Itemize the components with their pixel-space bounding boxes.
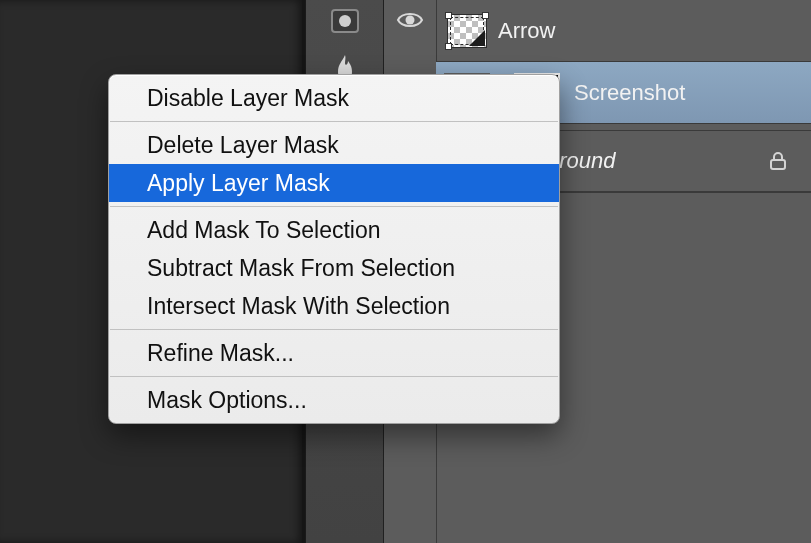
menu-item-add-mask-to-selection[interactable]: Add Mask To Selection [109,211,559,249]
menu-item-apply-layer-mask[interactable]: Apply Layer Mask [109,164,559,202]
menu-item-disable-layer-mask[interactable]: Disable Layer Mask [109,79,559,117]
lock-icon[interactable] [767,150,789,172]
svg-point-2 [406,16,415,25]
layer-row-arrow[interactable]: Arrow [436,0,811,62]
mask-tool-icon[interactable] [328,4,362,38]
menu-separator [110,206,558,207]
menu-item-refine-mask[interactable]: Refine Mask... [109,334,559,372]
menu-item-delete-layer-mask[interactable]: Delete Layer Mask [109,126,559,164]
menu-item-subtract-mask-from-selection[interactable]: Subtract Mask From Selection [109,249,559,287]
layer-mask-context-menu: Disable Layer Mask Delete Layer Mask App… [108,74,560,424]
eye-icon[interactable] [396,6,424,34]
svg-rect-3 [771,160,785,169]
menu-separator [110,329,558,330]
layer-thumbnail [444,11,490,51]
layer-name-label[interactable]: Screenshot [574,80,685,106]
layer-name-label[interactable]: Arrow [498,18,555,44]
app-viewport: Arrow Screenshot [0,0,811,543]
menu-item-mask-options[interactable]: Mask Options... [109,381,559,419]
svg-point-1 [339,15,351,27]
menu-item-intersect-mask-with-selection[interactable]: Intersect Mask With Selection [109,287,559,325]
menu-separator [110,121,558,122]
menu-separator [110,376,558,377]
